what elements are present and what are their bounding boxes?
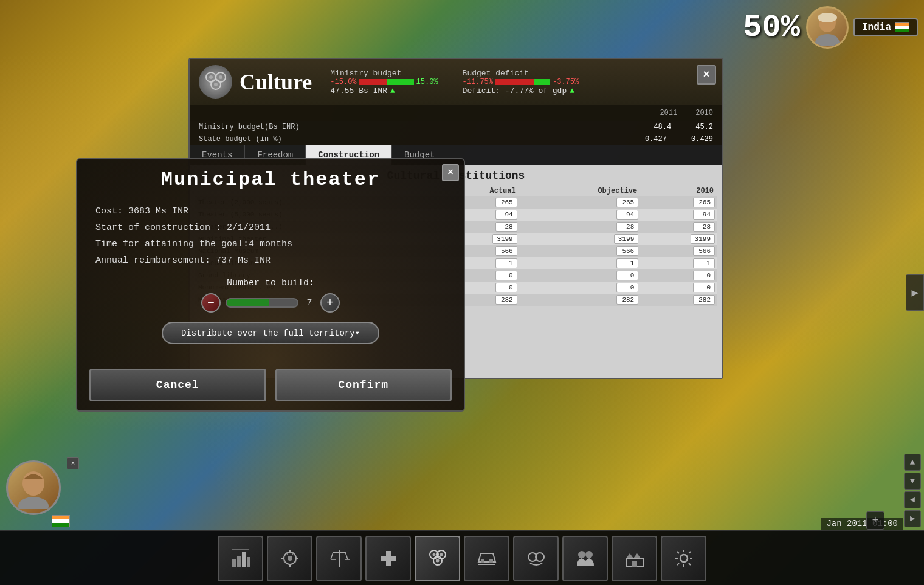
reimbursement-info: Annual reimbursement: 737 Ms INR (95, 252, 446, 269)
deficit-pos-val: -3.75% (553, 78, 579, 86)
inst-2010: 0 (641, 282, 717, 294)
svg-rect-13 (242, 552, 246, 567)
toolbar-justice[interactable] (316, 536, 362, 581)
cost-info: Cost: 3683 Ms INR (95, 203, 446, 220)
inst-objective: 28 (520, 221, 641, 233)
modal-dialog: × Municipal theater Cost: 3683 Ms INR St… (76, 158, 465, 412)
character-panel: × (0, 457, 79, 530)
ministry-title: Culture (240, 69, 312, 95)
svg-marker-41 (633, 553, 641, 558)
inst-2010: 28 (641, 221, 717, 233)
toolbar-tech[interactable] (267, 536, 312, 581)
inst-objective: 3199 (520, 233, 641, 245)
deficit-arrow-up: ▲ (570, 86, 574, 95)
character-close-button[interactable]: × (67, 457, 79, 469)
culture-icon (199, 65, 232, 99)
confirm-button[interactable]: Confirm (275, 369, 452, 401)
svg-line-20 (331, 552, 333, 559)
india-flag (895, 22, 909, 32)
character-avatar (6, 460, 61, 515)
distribute-button[interactable]: Distribute over the full territory▾ (162, 322, 379, 344)
toolbar-settings[interactable] (661, 536, 706, 581)
toolbar-industry[interactable] (612, 536, 657, 581)
inst-2010: 0 (641, 269, 717, 282)
character-flag (52, 515, 70, 527)
inst-objective: 94 (520, 209, 641, 221)
number-to-build-label: Number to build: (95, 278, 446, 288)
start-info: Start of construction : 2/1/2011 (95, 220, 446, 236)
svg-point-37 (578, 551, 585, 558)
svg-rect-42 (632, 561, 637, 567)
ministry-budget-2011: 48.4 (653, 123, 671, 131)
modal-info: Cost: 3683 Ms INR Start of construction … (95, 203, 446, 269)
nav-arrow-right[interactable]: ▶ (906, 274, 924, 311)
toolbar-health[interactable] (365, 536, 411, 581)
svg-rect-14 (247, 557, 250, 567)
inst-objective: 1 (520, 257, 641, 269)
toolbar-economy[interactable] (218, 536, 263, 581)
ministry-header: Culture Ministry budget -15.0% 15.0% 4 (190, 59, 722, 105)
ministry-budget-row-label: Ministry budget(Bs INR) (199, 123, 300, 131)
svg-point-17 (288, 556, 292, 561)
svg-point-30 (440, 553, 443, 556)
inst-2010: 1 (641, 257, 717, 269)
quantity-decrease-button[interactable]: − (201, 293, 221, 313)
modal-close-button[interactable]: × (442, 164, 459, 181)
avatar (806, 6, 849, 49)
inst-objective: 0 (520, 282, 641, 294)
scroll-left-button[interactable]: ◄ (904, 491, 921, 508)
bottom-toolbar (0, 530, 924, 585)
svg-point-6 (209, 75, 213, 79)
inst-objective: 566 (520, 245, 641, 257)
svg-rect-11 (232, 559, 236, 567)
svg-point-1 (815, 34, 840, 46)
country-name: India (862, 22, 891, 33)
ministry-stats: 2011 2010 (190, 105, 722, 121)
col-2010: 2010 (641, 185, 717, 196)
modal-footer: Cancel Confirm (77, 362, 464, 410)
svg-point-10 (18, 497, 49, 509)
top-bar: 50% India (681, 0, 924, 55)
quantity-value: 7 (303, 298, 315, 308)
scroll-up-button[interactable]: ▲ (904, 454, 921, 471)
scroll-down-button[interactable]: ▼ (904, 472, 921, 490)
country-badge: India (853, 18, 918, 36)
add-button[interactable]: + (866, 511, 884, 530)
svg-rect-33 (489, 559, 493, 563)
quantity-slider-row: − 7 + (95, 293, 446, 313)
col-objective: Objective (520, 185, 641, 196)
svg-line-21 (345, 552, 348, 559)
time-info: Time for attaining the goal:4 months (95, 236, 446, 252)
toolbar-transport[interactable] (464, 536, 509, 581)
deficit-neg-val: -11.75% (463, 78, 493, 86)
toolbar-diplomacy[interactable] (513, 536, 559, 581)
ministry-budget-label: Ministry budget (330, 69, 438, 78)
svg-point-7 (219, 75, 222, 79)
inst-2010: 566 (641, 245, 717, 257)
budget-amount: 47.55 Bs INR (330, 86, 387, 95)
scroll-buttons: ▲ ▼ ◄ ► (904, 454, 921, 527)
svg-point-38 (585, 551, 593, 558)
svg-marker-40 (626, 553, 633, 558)
scroll-right-button[interactable]: ► (904, 510, 921, 527)
time-display: Jan 2011 01:00 (821, 518, 903, 530)
budget-arrow-up: ▲ (390, 86, 395, 95)
percentage-display: 50% (743, 10, 800, 46)
cancel-button[interactable]: Cancel (89, 369, 266, 401)
inst-objective: 265 (520, 196, 641, 209)
svg-rect-12 (237, 556, 241, 567)
modal-title: Municipal theater (77, 159, 464, 197)
budget-pos-val: 15.0% (416, 78, 438, 86)
quantity-increase-button[interactable]: + (320, 293, 340, 313)
toolbar-military[interactable] (562, 536, 608, 581)
quantity-slider-track[interactable] (226, 298, 298, 308)
toolbar-culture[interactable] (415, 536, 460, 581)
inst-objective: 0 (520, 269, 641, 282)
deficit-label: Budget deficit (463, 69, 579, 78)
svg-point-8 (214, 83, 218, 86)
state-budget-row-label: State budget (in %) (199, 135, 282, 144)
year-2010-label: 2010 (695, 109, 713, 117)
inst-2010: 3199 (641, 233, 717, 245)
ministry-budget-2010: 45.2 (695, 123, 713, 131)
ministry-close-button[interactable]: × (697, 65, 716, 85)
